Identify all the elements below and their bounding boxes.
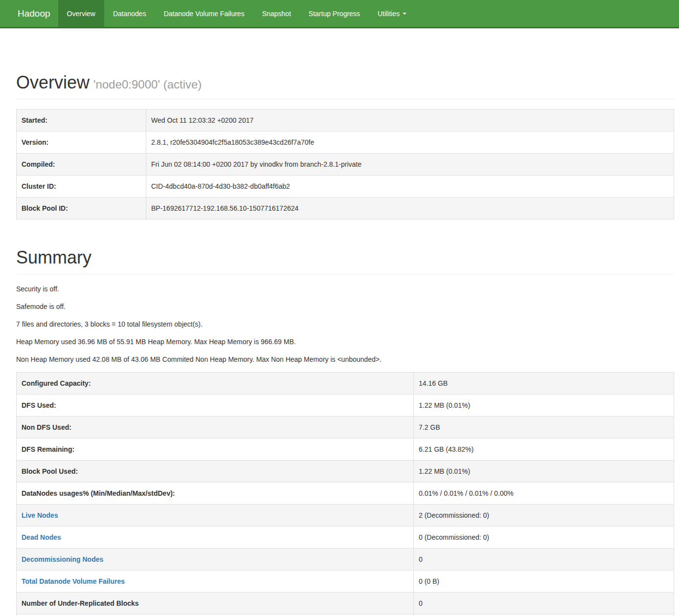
- row-label: DFS Used:: [17, 394, 414, 416]
- nav-label: Datanode Volume Failures: [164, 10, 245, 18]
- nav-label: Datanodes: [113, 10, 146, 18]
- nav-label: Utilities: [378, 10, 400, 18]
- live-nodes-link[interactable]: Live Nodes: [22, 511, 58, 519]
- row-value: Wed Oct 11 12:03:32 +0200 2017: [146, 109, 674, 131]
- row-label: Compiled:: [17, 153, 146, 175]
- caret-down-icon: [403, 13, 407, 15]
- page-title-text: Overview: [16, 72, 90, 92]
- row-label: DFS Remaining:: [17, 438, 414, 460]
- nav-item-datanodes[interactable]: Datanodes: [104, 0, 155, 27]
- summary-paragraph: Security is off.: [16, 284, 674, 294]
- page-title: Overview'node0:9000' (active): [16, 71, 674, 94]
- nav-link[interactable]: Snapshot: [253, 0, 300, 27]
- nav-link[interactable]: Startup Progress: [300, 0, 369, 27]
- summary-title: Summary: [16, 246, 674, 269]
- overview-table: Started:Wed Oct 11 12:03:32 +0200 2017Ve…: [16, 109, 674, 220]
- row-label: Configured Capacity:: [17, 372, 414, 394]
- table-row: Number of Under-Replicated Blocks0: [17, 592, 674, 614]
- nav-link[interactable]: Datanode Volume Failures: [155, 0, 253, 27]
- row-value: 1.22 MB (0.01%): [414, 394, 674, 416]
- table-row: Cluster ID:CID-4dbcd40a-870d-4d30-b382-d…: [17, 175, 674, 197]
- page-subtitle: 'node0:9000' (active): [93, 78, 202, 91]
- row-label: Version:: [17, 131, 146, 153]
- row-value: 0 (0 B): [414, 570, 674, 592]
- table-row: DFS Remaining:6.21 GB (43.82%): [17, 438, 674, 460]
- overview-table-body: Started:Wed Oct 11 12:03:32 +0200 2017Ve…: [17, 109, 674, 219]
- decommissioning-nodes-link[interactable]: Decommissioning Nodes: [22, 555, 103, 563]
- row-value: 0: [414, 548, 674, 570]
- row-value: 1.22 MB (0.01%): [414, 460, 674, 482]
- table-row: Non DFS Used:7.2 GB: [17, 416, 674, 438]
- summary-paragraph: Safemode is off.: [16, 302, 674, 311]
- table-row: Started:Wed Oct 11 12:03:32 +0200 2017: [17, 109, 674, 131]
- table-row: Configured Capacity:14.16 GB: [17, 372, 674, 394]
- nav-item-utilities[interactable]: Utilities: [369, 0, 415, 27]
- row-value: BP-1692617712-192.168.56.10-150771617262…: [146, 197, 674, 219]
- navbar-brand[interactable]: Hadoop: [18, 0, 58, 27]
- summary-paragraph: 7 files and directories, 3 blocks = 10 t…: [16, 319, 674, 329]
- nav-item-datanode-volume-failures[interactable]: Datanode Volume Failures: [155, 0, 253, 27]
- summary-table: Configured Capacity:14.16 GBDFS Used:1.2…: [16, 372, 674, 616]
- summary-paragraphs: Security is off.Safemode is off.7 files …: [16, 284, 674, 364]
- row-value: 2.8.1, r20fe5304904fc2f5a18053c389e43cd2…: [146, 131, 674, 153]
- table-row: Dead Nodes0 (Decommissioned: 0): [17, 526, 674, 548]
- row-label: Number of Under-Replicated Blocks: [17, 592, 414, 614]
- summary-table-body: Configured Capacity:14.16 GBDFS Used:1.2…: [17, 372, 674, 616]
- nav-label: Snapshot: [262, 10, 291, 18]
- nav-item-startup-progress[interactable]: Startup Progress: [300, 0, 369, 27]
- nav-link[interactable]: Datanodes: [104, 0, 155, 27]
- row-label: Live Nodes: [17, 504, 414, 526]
- nav-label: Overview: [67, 10, 95, 18]
- row-value: Fri Jun 02 08:14:00 +0200 2017 by vinodk…: [146, 153, 674, 175]
- row-label: Cluster ID:: [17, 175, 146, 197]
- summary-paragraph: Heap Memory used 36.96 MB of 55.91 MB He…: [16, 337, 674, 347]
- row-label: Non DFS Used:: [17, 416, 414, 438]
- row-value: 2 (Decommissioned: 0): [414, 504, 674, 526]
- table-row: DataNodes usages% (Min/Median/Max/stdDev…: [17, 482, 674, 504]
- table-row: Total Datanode Volume Failures0 (0 B): [17, 570, 674, 592]
- row-value: 0 (Decommissioned: 0): [414, 526, 674, 548]
- summary-header: Summary: [16, 246, 674, 274]
- nav-link[interactable]: Utilities: [369, 0, 415, 27]
- table-row: Compiled:Fri Jun 02 08:14:00 +0200 2017 …: [17, 153, 674, 175]
- row-value: 0.01% / 0.01% / 0.01% / 0.00%: [414, 482, 674, 504]
- row-value: CID-4dbcd40a-870d-4d30-b382-db0aff4f6ab2: [146, 175, 674, 197]
- nav-label: Startup Progress: [309, 10, 360, 18]
- row-value: 6.21 GB (43.82%): [414, 438, 674, 460]
- row-label: Total Datanode Volume Failures: [17, 570, 414, 592]
- table-row: Live Nodes2 (Decommissioned: 0): [17, 504, 674, 526]
- total-datanode-volume-failures-link[interactable]: Total Datanode Volume Failures: [22, 577, 125, 585]
- table-row: DFS Used:1.22 MB (0.01%): [17, 394, 674, 416]
- summary-paragraph: Non Heap Memory used 42.08 MB of 43.06 M…: [16, 354, 674, 364]
- table-row: Version:2.8.1, r20fe5304904fc2f5a18053c3…: [17, 131, 674, 153]
- table-row: Number of Blocks Pending Deletion0: [17, 614, 674, 616]
- nav-item-overview[interactable]: Overview: [58, 0, 104, 27]
- row-value: 7.2 GB: [414, 416, 674, 438]
- row-label: Block Pool Used:: [17, 460, 414, 482]
- navbar-menu: OverviewDatanodesDatanode Volume Failure…: [58, 0, 415, 27]
- nav-item-snapshot[interactable]: Snapshot: [253, 0, 300, 27]
- row-label: Number of Blocks Pending Deletion: [17, 614, 414, 616]
- row-value: 14.16 GB: [414, 372, 674, 394]
- table-row: Block Pool Used:1.22 MB (0.01%): [17, 460, 674, 482]
- row-value: 0: [414, 614, 674, 616]
- table-row: Block Pool ID:BP-1692617712-192.168.56.1…: [17, 197, 674, 219]
- row-value: 0: [414, 592, 674, 614]
- row-label: Dead Nodes: [17, 526, 414, 548]
- table-row: Decommissioning Nodes0: [17, 548, 674, 570]
- row-label: Block Pool ID:: [17, 197, 146, 219]
- row-label: DataNodes usages% (Min/Median/Max/stdDev…: [17, 482, 414, 504]
- row-label: Started:: [17, 109, 146, 131]
- top-navbar: Hadoop OverviewDatanodesDatanode Volume …: [0, 0, 679, 28]
- page-header: Overview'node0:9000' (active): [16, 71, 674, 99]
- row-label: Decommissioning Nodes: [17, 548, 414, 570]
- main-content: Overview'node0:9000' (active) Started:We…: [0, 71, 679, 616]
- nav-link[interactable]: Overview: [58, 0, 104, 27]
- dead-nodes-link[interactable]: Dead Nodes: [22, 533, 61, 541]
